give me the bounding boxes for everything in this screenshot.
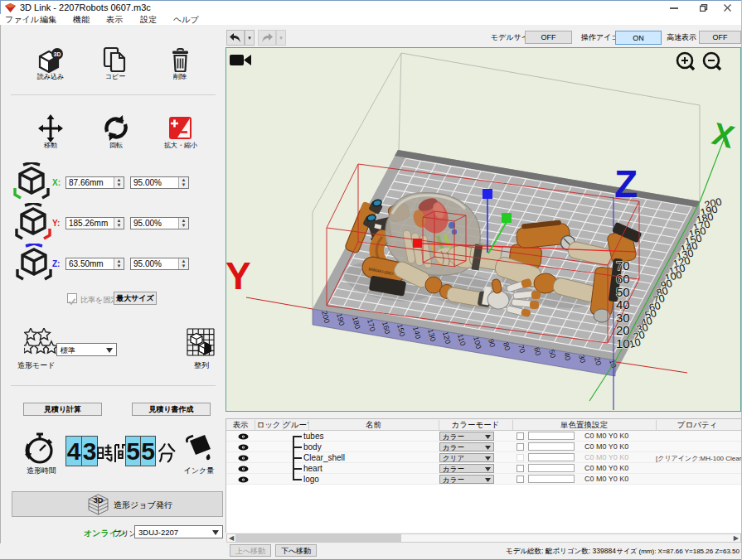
svg-text:70: 70 bbox=[616, 258, 630, 273]
svg-text:60: 60 bbox=[616, 272, 630, 286]
svg-text:10: 10 bbox=[616, 336, 630, 350]
svg-text:3D: 3D bbox=[94, 496, 104, 504]
svg-text:50: 50 bbox=[616, 285, 630, 299]
svg-text:Y: Y bbox=[226, 254, 251, 297]
svg-text:3D: 3D bbox=[54, 51, 61, 57]
svg-text:40: 40 bbox=[616, 297, 630, 311]
svg-text:Z: Z bbox=[614, 162, 638, 205]
svg-text:20: 20 bbox=[616, 323, 630, 337]
